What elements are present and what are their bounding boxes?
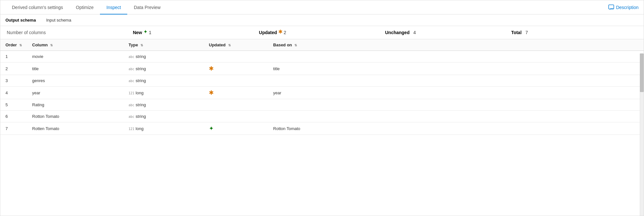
tab-bar: Derived column's settings Optimize Inspe…	[0, 0, 644, 14]
sub-tab-output[interactable]: Output schema	[5, 14, 41, 26]
schema-table: Order ⇅ Column ⇅ Type ⇅ Updated	[0, 39, 644, 135]
cell-order: 5	[0, 99, 27, 111]
table-row: 2titleabcstring✱title	[0, 62, 644, 75]
cell-based-on: year	[268, 87, 644, 99]
scrollbar-track[interactable]	[640, 53, 644, 216]
cell-order: 7	[0, 122, 27, 135]
content-area: Order ⇅ Column ⇅ Type ⇅ Updated	[0, 39, 644, 216]
tab-optimize[interactable]: Optimize	[69, 0, 100, 14]
type-label: string	[136, 66, 146, 71]
col-header-type[interactable]: Type ⇅	[123, 39, 204, 51]
type-badge: abc	[129, 115, 134, 118]
type-badge: abc	[129, 55, 134, 59]
description-icon	[608, 5, 614, 10]
cell-updated: ✦	[204, 122, 268, 135]
type-label: string	[136, 78, 146, 83]
scrollbar-thumb[interactable]	[640, 53, 644, 92]
cell-based-on	[268, 51, 644, 62]
tab-inspect[interactable]: Inspect	[100, 0, 127, 14]
table-row: 5Ratingabcstring	[0, 99, 644, 111]
cell-column: title	[27, 62, 123, 75]
col-header-column[interactable]: Column ⇅	[27, 39, 123, 51]
cell-column: year	[27, 87, 123, 99]
tab-derived[interactable]: Derived column's settings	[5, 0, 69, 14]
cell-type: 121long	[123, 87, 204, 99]
updated-star-icon: ✱	[209, 65, 214, 72]
cell-column: genres	[27, 75, 123, 87]
sort-icon-updated[interactable]: ⇅	[228, 43, 231, 47]
table-container[interactable]: Order ⇅ Column ⇅ Type ⇅ Updated	[0, 39, 644, 216]
table-row: 6Rotton Tomatoabcstring	[0, 111, 644, 122]
updated-star-icon: ✦	[209, 125, 214, 132]
cell-based-on: title	[268, 62, 644, 75]
table-row: 4year121long✱year	[0, 87, 644, 99]
cell-column: Rating	[27, 99, 123, 111]
new-dot: ✦	[143, 29, 148, 34]
cell-type: abcstring	[123, 62, 204, 75]
cell-column: Rotten Tomato	[27, 122, 123, 135]
cell-based-on	[268, 99, 644, 111]
cell-based-on: Rotton Tomato	[268, 122, 644, 135]
cell-updated: ✱	[204, 62, 268, 75]
cell-type: abcstring	[123, 51, 204, 62]
tab-data-preview[interactable]: Data Preview	[127, 0, 167, 14]
table-row: 1movieabcstring	[0, 51, 644, 62]
cell-based-on	[268, 111, 644, 122]
cell-order: 4	[0, 87, 27, 99]
cell-based-on	[268, 75, 644, 87]
type-label: string	[136, 114, 146, 119]
type-badge: abc	[129, 67, 134, 71]
sort-icon-column[interactable]: ⇅	[50, 43, 53, 47]
cell-order: 2	[0, 62, 27, 75]
cell-order: 6	[0, 111, 27, 122]
svg-rect-0	[609, 5, 614, 9]
table-header-row: Order ⇅ Column ⇅ Type ⇅ Updated	[0, 39, 644, 51]
cell-type: 121long	[123, 122, 204, 135]
type-badge: 121	[129, 91, 134, 95]
main-wrapper: Derived column's settings Optimize Inspe…	[0, 0, 644, 216]
type-label: string	[136, 54, 146, 59]
description-button[interactable]: Description	[608, 5, 639, 10]
summary-total: Total 7	[511, 30, 637, 35]
cell-updated	[204, 51, 268, 62]
sub-tab-bar: Output schema Input schema	[0, 14, 644, 26]
sub-tab-input[interactable]: Input schema	[41, 14, 76, 26]
cell-type: abcstring	[123, 75, 204, 87]
updated-dot: ✱	[278, 29, 282, 34]
table-row: 3genresabcstring	[0, 75, 644, 87]
cell-type: abcstring	[123, 111, 204, 122]
summary-new: New ✦ 1	[133, 30, 259, 35]
type-badge: abc	[129, 79, 134, 83]
col-header-based-on[interactable]: Based on ⇅	[268, 39, 644, 51]
sort-icon-based-on[interactable]: ⇅	[294, 43, 297, 47]
cell-updated	[204, 75, 268, 87]
cell-order: 1	[0, 51, 27, 62]
cell-column: Rotton Tomato	[27, 111, 123, 122]
col-header-updated[interactable]: Updated ⇅	[204, 39, 268, 51]
cell-column: movie	[27, 51, 123, 62]
summary-num-columns: Number of columns	[7, 30, 133, 35]
type-label: long	[136, 126, 144, 131]
table-row: 7Rotten Tomato121long✦Rotton Tomato	[0, 122, 644, 135]
type-label: string	[136, 102, 146, 107]
updated-star-icon: ✱	[209, 89, 214, 96]
cell-updated	[204, 111, 268, 122]
type-label: long	[136, 90, 144, 95]
cell-type: abcstring	[123, 99, 204, 111]
cell-updated: ✱	[204, 87, 268, 99]
col-header-order[interactable]: Order ⇅	[0, 39, 27, 51]
type-badge: abc	[129, 103, 134, 107]
summary-unchanged: Unchanged 4	[385, 30, 511, 35]
summary-bar: Number of columns New ✦ 1 Updated ✱ 2 Un…	[0, 26, 644, 39]
summary-updated: Updated ✱ 2	[259, 30, 385, 35]
cell-order: 3	[0, 75, 27, 87]
cell-updated	[204, 99, 268, 111]
type-badge: 121	[129, 127, 134, 131]
sort-icon-type[interactable]: ⇅	[140, 43, 143, 47]
sort-icon-order[interactable]: ⇅	[19, 43, 22, 47]
